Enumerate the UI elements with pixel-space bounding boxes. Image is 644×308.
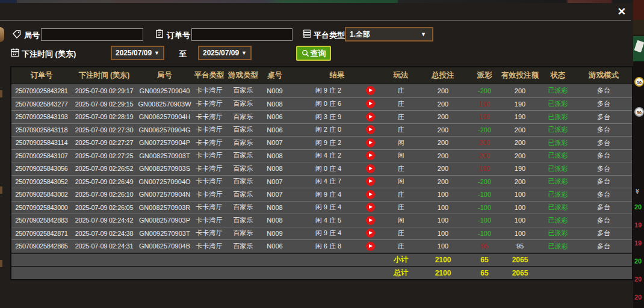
play-video-button[interactable] — [366, 125, 375, 134]
cell-bet: 100 — [416, 214, 469, 227]
query-button[interactable]: 查询 — [296, 46, 331, 61]
cell-game: 百家乐 — [226, 84, 261, 97]
cell-table-no: N009 — [261, 84, 289, 97]
cell-table-no: N008 — [261, 214, 289, 227]
play-video-button[interactable] — [366, 151, 375, 160]
result-text: 闲 6 庄 8 — [300, 242, 358, 251]
play-video-button[interactable] — [366, 164, 375, 173]
cell-valid: 100 — [500, 202, 540, 214]
cell-table-no — [261, 254, 289, 266]
result-text: 闲 9 庄 4 — [300, 203, 358, 212]
close-button[interactable]: ✕ — [618, 7, 626, 17]
play-video-button[interactable] — [366, 242, 375, 251]
result-text: 闲 4 庄 5 — [300, 216, 358, 225]
cell-status: 已派彩 — [540, 227, 575, 240]
play-video-button[interactable] — [366, 112, 375, 122]
cell-order: 250709025842865 — [11, 240, 72, 253]
round-number-input[interactable] — [41, 28, 143, 41]
result-text: 闲 2 庄 0 — [300, 125, 358, 134]
cell-platform: 卡卡湾厅 — [193, 124, 226, 137]
cell-platform: 卡卡湾厅 — [193, 227, 226, 240]
cell-order: 250709025843277 — [11, 98, 72, 111]
cell-bet: 100 — [416, 188, 469, 201]
cell-time: 2025-07-09 02:28:19 — [72, 111, 137, 123]
play-video-button[interactable] — [366, 229, 375, 238]
cell-bet: 200 — [416, 124, 469, 137]
cell-payout: -100 — [469, 188, 500, 201]
background-number: 19 — [634, 221, 644, 229]
cell-table-no: N006 — [261, 240, 289, 253]
chevron-down-icon: ▼ — [152, 50, 162, 56]
cell-round: GN0062570904G — [137, 124, 193, 137]
cell-result: 闲 9 庄 2 — [289, 84, 385, 97]
cell-platform: 卡卡湾厅 — [193, 162, 226, 175]
cell-round: GN0082570903W — [137, 98, 193, 111]
result-text: 闲 4 庄 7 — [300, 177, 358, 186]
subtotal-row: 小计2100652065 — [11, 253, 632, 266]
cell-time: 2025-07-09 02:27:25 — [72, 150, 137, 162]
result-text: 闲 9 庄 2 — [300, 86, 358, 95]
table-row: 2507090258431182025-07-09 02:27:30GN0062… — [11, 123, 632, 137]
search-icon — [302, 49, 309, 57]
chip-50-icon: 50 — [634, 107, 644, 117]
cell-status: 已派彩 — [540, 214, 575, 227]
cell-bet: 2100 — [416, 267, 469, 279]
header-game-mode: 游戏模式 — [575, 67, 632, 84]
to-label: 至 — [179, 49, 187, 60]
play-video-button[interactable] — [366, 177, 375, 186]
cell-valid: 190 — [500, 111, 540, 123]
header-order: 订单号 — [11, 67, 72, 84]
cell-status: 已派彩 — [540, 150, 575, 162]
cell-table-no: N007 — [261, 176, 289, 188]
cell-table-no: N007 — [261, 188, 289, 201]
play-video-button[interactable] — [366, 138, 375, 147]
date-from-picker[interactable]: 2025/07/09 ▼ — [111, 46, 164, 60]
cell-mode: 多台 — [575, 240, 632, 253]
cell-order: 250709025843193 — [11, 111, 72, 123]
date-to-picker[interactable]: 2025/07/09 ▼ — [198, 46, 252, 60]
cell-payout: 65 — [469, 267, 500, 279]
cell-play: 总计 — [385, 267, 416, 279]
cell-order: 250709025842871 — [11, 227, 72, 240]
calendar-icon — [10, 48, 20, 57]
order-number-input[interactable] — [191, 28, 293, 41]
cell-play: 庄 — [385, 227, 416, 240]
date-to-value: 2025/07/09 — [203, 49, 239, 57]
result-text: 闲 4 庄 2 — [300, 151, 358, 160]
cell-platform: 卡卡湾厅 — [193, 111, 226, 123]
cell-status: 已派彩 — [540, 137, 575, 149]
cell-result: 闲 9 庄 2 — [289, 137, 385, 149]
chevron-down-icon: ▼ — [239, 50, 249, 56]
chevrons-icon: ≫ — [634, 188, 640, 192]
play-video-button[interactable] — [366, 203, 375, 212]
cell-game: 百家乐 — [226, 188, 261, 201]
platform-list-icon — [302, 29, 312, 38]
cell-play: 庄 — [385, 162, 416, 175]
table-row: 2507090258431932025-07-09 02:28:19GN0062… — [11, 110, 632, 123]
cell-round: GN0082570903P — [137, 214, 193, 227]
play-video-button[interactable] — [366, 86, 375, 95]
chevron-down-icon: ▼ — [418, 31, 429, 37]
cell-mode — [575, 267, 632, 279]
background-number: 20 — [634, 203, 644, 211]
cell-play: 小计 — [385, 254, 416, 266]
header-play-type: 玩法 — [385, 67, 416, 84]
cell-order: 250709025843114 — [11, 137, 72, 149]
cell-result — [289, 254, 385, 266]
table-row: 2507090258430522025-07-09 02:26:49GN0072… — [11, 175, 632, 188]
cell-table-no: N006 — [261, 124, 289, 137]
cell-order: 250709025843002 — [11, 188, 72, 201]
cell-status: 已派彩 — [540, 162, 575, 175]
table-header-row: 订单号 下注时间 (美东) 局号 平台类型 游戏类型 桌号 结果 玩法 总投注 … — [11, 67, 632, 84]
cell-result: 闲 9 庄 4 — [289, 202, 385, 214]
platform-type-value: 1.全部 — [350, 29, 370, 40]
cell-result — [289, 267, 385, 279]
play-video-button[interactable] — [366, 190, 375, 199]
cell-table-no: N008 — [261, 162, 289, 175]
platform-type-select[interactable]: 1.全部 ▼ — [345, 27, 433, 42]
header-payout: 派彩 — [469, 67, 500, 84]
cell-round: GN0092570903T — [137, 227, 193, 240]
cell-round: GN0072570904O — [137, 176, 193, 188]
play-video-button[interactable] — [366, 216, 375, 225]
play-video-button[interactable] — [366, 99, 375, 108]
